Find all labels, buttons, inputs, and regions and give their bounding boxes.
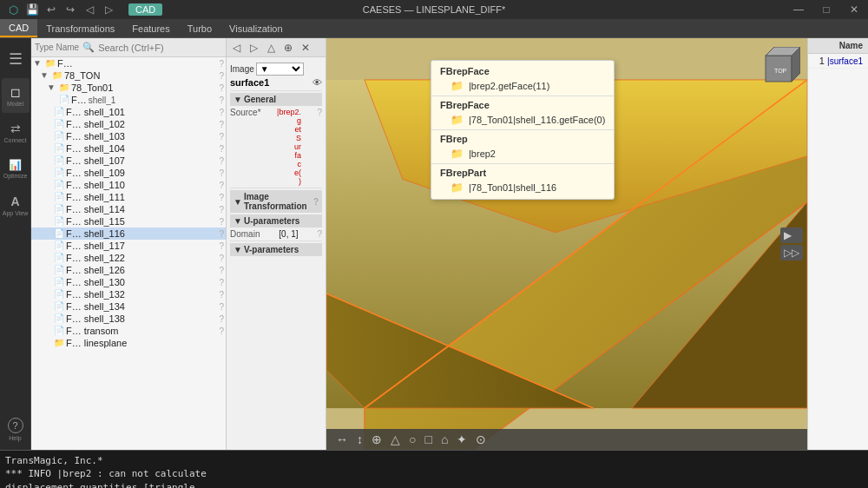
image-transform-section[interactable]: ▼ Image Transformation ? (230, 190, 322, 213)
tree-item-shell132[interactable]: 📄 F… shell_132 ? (31, 288, 226, 300)
forward-icon[interactable]: ▷ (101, 2, 116, 17)
props-action[interactable]: ⊕ (280, 40, 296, 56)
tree-item-transom[interactable]: 📄 F… transom ? (31, 325, 226, 337)
expand-icon: ▼ (40, 70, 50, 81)
console-area: TransMagic, Inc.* *** INFO |brep2 : can … (0, 451, 868, 488)
folder-icon4: 📁 (450, 181, 464, 194)
tree-item-label: F… shell_115 (66, 216, 125, 227)
vbt-target[interactable]: ⊙ (473, 432, 489, 446)
viewport-3d[interactable]: FBrepFace 📁 |brep2.getFace(11) FBrepFace… (326, 38, 807, 450)
tree-item-label: F… shell_111 (66, 192, 125, 202)
tree-filter-label: Type Name (35, 43, 79, 52)
file-icon: 📄 (54, 204, 64, 214)
menu-transformations[interactable]: Transformations (37, 19, 123, 37)
sidebar-item-connect[interactable]: ⇄ Connect (2, 115, 30, 149)
dd-val1-text: |brep2.getFace(11) (469, 81, 549, 91)
v-params-section[interactable]: ▼ V-parameters (230, 243, 322, 256)
tree-item-shell104[interactable]: 📄 F… shell_104 ? (31, 142, 226, 155)
tree-item-shell103[interactable]: 📄 F… shell_103 ? (31, 130, 226, 142)
props-nav-right[interactable]: ▷ (246, 40, 261, 56)
dd-fbrepface-val1[interactable]: 📁 |brep2.getFace(11) (431, 78, 614, 94)
domain-help[interactable]: ? (317, 229, 322, 239)
tree-item-shell110[interactable]: 📄 F… shell_110 ? (31, 179, 226, 191)
sidebar-item-model[interactable]: ◻ Model (2, 78, 30, 113)
sidebar-item-help[interactable]: ? Help (2, 412, 30, 446)
tree-item-shell138[interactable]: 📄 F… shell_138 ? (31, 313, 226, 325)
close-button[interactable]: ✕ (840, 0, 868, 19)
tree-item-shell117[interactable]: 📄 F… shell_117 ? (31, 240, 226, 252)
menu-visualization[interactable]: Visualization (220, 19, 292, 37)
vbt-circle[interactable]: ○ (406, 432, 418, 446)
dd-fbreppart-val[interactable]: 📁 |78_Ton01|shell_116 (431, 180, 614, 195)
tree-item-linesplane[interactable]: 📁 F… linesplane (31, 337, 226, 349)
menu-cad[interactable]: CAD (0, 19, 37, 37)
save-icon[interactable]: 💾 (24, 2, 40, 17)
tree-item-shell107[interactable]: 📄 F… shell_107 ? (31, 155, 226, 167)
arrow-right[interactable]: ▶ (780, 228, 803, 243)
file-icon: 📄 (54, 168, 64, 178)
tree-item-shell126[interactable]: 📄 F… shell_126 ? (31, 264, 226, 276)
back-icon[interactable]: ◁ (82, 2, 97, 17)
sidebar-item-appview[interactable]: A App View (2, 188, 30, 222)
connect-label: Connect (3, 137, 26, 143)
redo-icon[interactable]: ↪ (62, 2, 78, 17)
tree-item-shell114[interactable]: 📄 F… shell_114 ? (31, 203, 226, 215)
sidebar-menu[interactable]: ☰ (2, 42, 30, 76)
tree-item-label: F… shell_107 (66, 155, 125, 166)
tree-item-shell134[interactable]: 📄 F… shell_134 ? (31, 300, 226, 313)
nav-cube[interactable]: TOP (757, 47, 800, 90)
props-close[interactable]: ✕ (298, 40, 313, 56)
tree-item-label: F… shell_138 (66, 313, 125, 324)
props-nav-left[interactable]: ◁ (228, 40, 244, 56)
image-row: Image ▼ (230, 61, 322, 77)
sidebar-item-optimize[interactable]: 📊 Optimize (2, 151, 30, 186)
vbt-scale[interactable]: ↕ (354, 432, 365, 446)
vbt-home[interactable]: ⌂ (438, 432, 450, 446)
general-section[interactable]: ▼ General (230, 93, 322, 106)
vbt-tri[interactable]: △ (388, 432, 403, 446)
tree-item-shell1[interactable]: 📄 F… shell_1 ? (31, 94, 226, 106)
tree-item-78ton01[interactable]: ▼ 📁 78_Ton01 ? (31, 82, 226, 94)
tree-item-shell116[interactable]: 📄 F… shell_116 ? (31, 228, 226, 240)
menu-features[interactable]: Features (123, 19, 178, 37)
dd-sep1 (431, 96, 614, 96)
tree-item-shell111[interactable]: 📄 F… shell_111 ? (31, 191, 226, 203)
tree-item-shell115[interactable]: 📄 F… shell_115 ? (31, 215, 226, 228)
right-panel-item1[interactable]: 1 |surface1 (808, 54, 868, 69)
tree-item-shell122[interactable]: 📄 F… shell_122 ? (31, 252, 226, 264)
maximize-button[interactable]: □ (812, 0, 840, 19)
undo-icon[interactable]: ↩ (43, 2, 59, 17)
file-icon: 📄 (54, 180, 64, 190)
vbt-square[interactable]: □ (422, 432, 434, 446)
tree-item-shell102[interactable]: 📄 F… shell_102 ? (31, 118, 226, 130)
app-icon: ⬡ (5, 2, 21, 17)
u-params-section[interactable]: ▼ U-parameters (230, 214, 322, 228)
image-select[interactable]: ▼ (256, 63, 304, 76)
tree-item-78ton[interactable]: ▼ 📁 78_TON ? (31, 69, 226, 82)
expand-icon: ▼ (233, 95, 242, 104)
vbt-star[interactable]: ✦ (454, 432, 470, 446)
tree-item-shell101[interactable]: 📄 F… shell_101 ? (31, 106, 226, 118)
connect-icon: ⇄ (10, 122, 21, 135)
img-t-help[interactable]: ? (313, 197, 319, 207)
tree-item-shell109[interactable]: 📄 F… shell_109 ? (31, 167, 226, 179)
tree-item-shell130[interactable]: 📄 F… shell_130 ? (31, 276, 226, 288)
arrow-right2[interactable]: ▷▷ (780, 245, 803, 260)
props-nav-up[interactable]: △ (263, 40, 279, 56)
image-transform-label: Image Transformation (244, 192, 312, 211)
vbt-add[interactable]: ⊕ (369, 432, 385, 446)
minimize-button[interactable]: — (785, 0, 812, 19)
tree-item-f1[interactable]: ▼ 📁 F… ? (31, 57, 226, 69)
tree-search-input[interactable] (98, 43, 222, 53)
cad-tab-active[interactable]: CAD (128, 3, 162, 16)
tree-item-label: F… shell_114 (66, 204, 125, 214)
eye-icon[interactable]: 👁 (312, 77, 322, 88)
vbt-move[interactable]: ↔ (333, 432, 351, 446)
source-help[interactable]: ? (317, 108, 322, 117)
source-value[interactable]: |brep2.getSurface() (277, 108, 301, 186)
menu-turbo[interactable]: Turbo (179, 19, 220, 37)
dd-fbrepface-val2[interactable]: 📁 |78_Ton01|shell_116.getFace(0) (431, 112, 614, 128)
model-icon: ◻ (10, 85, 21, 99)
question-icon: ? (219, 181, 224, 190)
dd-fbrep-val[interactable]: 📁 |brep2 (431, 146, 614, 162)
